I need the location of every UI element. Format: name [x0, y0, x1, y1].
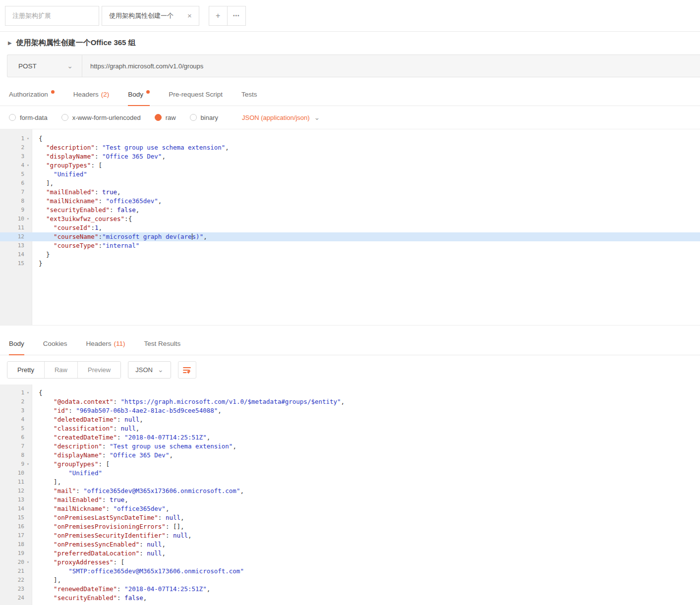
- fold-toggle-icon[interactable]: ▾: [24, 558, 32, 567]
- tab-headers[interactable]: Headers (2): [73, 83, 110, 106]
- tab-create-group-with-schema[interactable]: 使用架构属性创建一个 ×: [102, 6, 199, 26]
- line-number-gutter: 11: [0, 223, 32, 232]
- fold-toggle-icon[interactable]: ▾: [24, 215, 32, 223]
- code-line-12[interactable]: 12 "courseName":"microsoft graph dev(are…: [0, 232, 700, 241]
- code-line-13: 13 "mailEnabled": true,: [0, 495, 700, 504]
- code-text: "onPremisesLastSyncDateTime": null,: [32, 513, 700, 522]
- request-title: 使用架构属性创建一个Office 365 组: [16, 38, 136, 48]
- code-line-10[interactable]: 10▾ "ext3uikwfwz_courses":{: [0, 215, 700, 223]
- code-line-5[interactable]: 5 "Unified": [0, 170, 700, 179]
- token-p: {: [39, 389, 43, 396]
- tab-authorization[interactable]: Authorization: [9, 83, 55, 106]
- token-p: [39, 451, 54, 459]
- pretty-button[interactable]: Pretty: [7, 362, 44, 378]
- code-line-8[interactable]: 8 "mailNickname": "office365dev",: [0, 197, 700, 206]
- code-line-7[interactable]: 7 "mailEnabled": true,: [0, 188, 700, 197]
- fold-toggle-icon[interactable]: ▾: [24, 161, 32, 170]
- code-line-17: 17 "onPremisesSecurityIdentifier": null,: [0, 531, 700, 540]
- code-line-2[interactable]: 2 "description": "Test group use schema …: [0, 143, 700, 152]
- token-s: "2018-04-07T14:25:51Z": [124, 585, 207, 593]
- line-number: 23: [0, 585, 24, 594]
- token-p: :: [76, 487, 83, 495]
- fold-toggle-icon[interactable]: ▾: [24, 134, 32, 143]
- code-line-13[interactable]: 13 "courseType":"internal": [0, 241, 700, 250]
- token-p: :: [114, 398, 121, 405]
- content-type-dropdown[interactable]: JSON (application/json) ⌄: [242, 114, 320, 121]
- code-text: "mailNickname": "office365dev",: [32, 197, 700, 206]
- token-k: "description": [46, 144, 95, 151]
- mode-binary[interactable]: binary: [190, 114, 218, 121]
- token-p: :: [102, 496, 110, 503]
- preview-button[interactable]: Preview: [77, 362, 120, 378]
- tab-label: Headers: [73, 91, 99, 98]
- response-format-dropdown[interactable]: JSON ⌄: [128, 361, 171, 379]
- code-line-6[interactable]: 6 ],: [0, 179, 700, 188]
- tab-register-schema-extension[interactable]: 注册架构扩展: [5, 6, 99, 26]
- code-line-11[interactable]: 11 "courseId":1,: [0, 223, 700, 232]
- radio-icon: [190, 114, 197, 121]
- token-p: [39, 162, 46, 169]
- tab-response-headers[interactable]: Headers (11): [86, 332, 125, 355]
- fold-toggle-icon[interactable]: ▾: [24, 460, 32, 469]
- token-p: ,: [207, 434, 211, 441]
- token-p: ,: [162, 153, 166, 160]
- collapse-arrow-icon[interactable]: ▶: [8, 40, 12, 46]
- tab-test-results[interactable]: Test Results: [144, 332, 181, 355]
- line-number: 16: [0, 522, 24, 531]
- request-body-editor[interactable]: 1▾{2 "description": "Test group use sche…: [0, 129, 700, 326]
- tab-label: Headers: [86, 340, 112, 347]
- radio-icon: [61, 114, 68, 121]
- code-line-9[interactable]: 9 "securityEnabled": false,: [0, 206, 700, 215]
- token-p: [39, 487, 54, 495]
- token-p: ,: [124, 496, 128, 503]
- new-tab-button[interactable]: +: [209, 6, 228, 26]
- close-tab-icon[interactable]: ×: [187, 12, 192, 19]
- tab-label: Body: [9, 340, 24, 347]
- code-line-14: 14 "mailNickname": "office365dev",: [0, 504, 700, 513]
- code-line-11: 11 ],: [0, 478, 700, 487]
- code-line-14[interactable]: 14 }: [0, 250, 700, 259]
- method-dropdown[interactable]: POST ⌄: [7, 55, 82, 77]
- url-input[interactable]: [82, 62, 700, 70]
- line-number-gutter: 9: [0, 206, 32, 215]
- raw-button[interactable]: Raw: [44, 362, 77, 378]
- wrap-lines-button[interactable]: [178, 361, 196, 379]
- code-line-1[interactable]: 1▾{: [0, 134, 700, 143]
- line-number-gutter: 3: [0, 152, 32, 161]
- tab-body[interactable]: Body: [128, 83, 150, 106]
- line-number: 9: [0, 460, 24, 469]
- tab-options-button[interactable]: •••: [227, 6, 246, 26]
- line-number: 1: [0, 134, 24, 143]
- line-number: 5: [0, 424, 24, 433]
- code-line-24: 24 "securityEnabled": false,: [0, 594, 700, 603]
- code-line-4[interactable]: 4▾ "groupTypes": [: [0, 161, 700, 170]
- token-s: "internal": [102, 242, 139, 249]
- tab-response-body[interactable]: Body: [9, 332, 24, 355]
- tab-pre-request-script[interactable]: Pre-request Script: [169, 83, 223, 106]
- code-line-12: 12 "mail": "office365dev@M365x173606.onm…: [0, 487, 700, 495]
- token-k: "id": [54, 407, 68, 414]
- line-number-gutter: 12: [0, 232, 32, 241]
- token-p: : [: [114, 558, 125, 566]
- token-p: :: [98, 242, 102, 249]
- mode-form-data[interactable]: form-data: [9, 114, 48, 121]
- fold-toggle-icon[interactable]: ▾: [24, 388, 32, 397]
- tab-cookies[interactable]: Cookies: [43, 332, 67, 355]
- mode-urlencoded[interactable]: x-www-form-urlencoded: [61, 114, 141, 121]
- code-line-3[interactable]: 3 "displayName": "Office 365 Dev",: [0, 152, 700, 161]
- token-p: }: [39, 251, 50, 258]
- token-p: :: [106, 505, 113, 512]
- token-p: ,: [233, 442, 236, 450]
- token-k: "renewedDateTime": [54, 585, 117, 593]
- token-p: :: [117, 594, 124, 602]
- token-k: "mailEnabled": [46, 188, 95, 196]
- tab-tests[interactable]: Tests: [241, 83, 257, 106]
- mode-raw[interactable]: raw: [155, 114, 176, 121]
- line-number: 4: [0, 161, 24, 170]
- token-k: "proxyAddresses": [54, 558, 113, 566]
- token-p: :: [117, 585, 124, 593]
- code-line-15[interactable]: 15}: [0, 259, 700, 268]
- token-k: "mailNickname": [46, 197, 98, 205]
- token-p: [39, 170, 54, 178]
- line-number: 20: [0, 558, 24, 567]
